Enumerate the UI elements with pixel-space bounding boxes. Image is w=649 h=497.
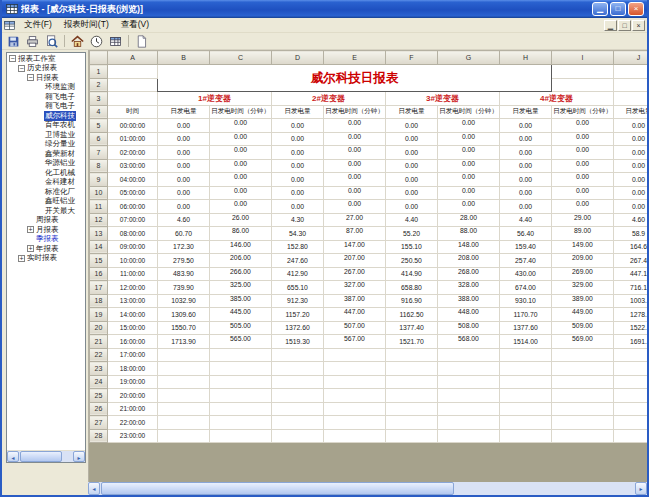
value-cell[interactable]	[386, 375, 438, 389]
time-cell[interactable]: 20:00:00	[108, 389, 158, 403]
value-cell[interactable]: 0.00	[614, 173, 648, 187]
value-cell[interactable]: 4.60	[614, 213, 648, 227]
value-cell[interactable]: 0.00	[386, 159, 438, 173]
value-cell[interactable]: 146.00	[210, 240, 272, 254]
value-cell[interactable]: 0.00	[324, 132, 386, 146]
time-cell[interactable]: 06:00:00	[108, 200, 158, 214]
field-header[interactable]: 日发电量	[386, 105, 438, 119]
value-cell[interactable]	[324, 416, 386, 430]
value-cell[interactable]	[272, 416, 324, 430]
value-cell[interactable]	[438, 362, 500, 376]
row-header[interactable]: 8	[90, 159, 108, 173]
row-header[interactable]: 16	[90, 267, 108, 281]
value-cell[interactable]: 0.00	[324, 119, 386, 133]
value-cell[interactable]: 4.40	[500, 213, 552, 227]
value-cell[interactable]: 0.00	[386, 173, 438, 187]
column-header[interactable]: A	[108, 51, 158, 65]
value-cell[interactable]	[324, 389, 386, 403]
value-cell[interactable]: 0.00	[438, 146, 500, 160]
value-cell[interactable]	[272, 402, 324, 416]
time-cell[interactable]: 14:00:00	[108, 308, 158, 322]
time-cell[interactable]: 18:00:00	[108, 362, 158, 376]
value-cell[interactable]: 267.00	[324, 267, 386, 281]
value-cell[interactable]: 445.00	[210, 308, 272, 322]
value-cell[interactable]: 0.00	[272, 173, 324, 187]
scroll-right-button[interactable]: ►	[635, 482, 647, 495]
value-cell[interactable]: 568.00	[438, 335, 500, 349]
time-cell[interactable]: 07:00:00	[108, 213, 158, 227]
child-close-button[interactable]: ×	[632, 20, 645, 31]
value-cell[interactable]	[272, 389, 324, 403]
cell[interactable]	[614, 78, 648, 92]
tree-item[interactable]: −日报表	[7, 73, 85, 83]
column-header[interactable]: H	[500, 51, 552, 65]
value-cell[interactable]: 1032.90	[158, 294, 210, 308]
row-header[interactable]: 25	[90, 389, 108, 403]
value-cell[interactable]: 55.20	[386, 227, 438, 241]
value-cell[interactable]	[272, 348, 324, 362]
row-header[interactable]: 18	[90, 294, 108, 308]
value-cell[interactable]: 483.90	[158, 267, 210, 281]
tree-item[interactable]: 翱飞电子	[7, 92, 85, 102]
value-cell[interactable]	[210, 429, 272, 443]
value-cell[interactable]: 0.00	[158, 186, 210, 200]
row-header[interactable]: 4	[90, 105, 108, 119]
value-cell[interactable]: 0.00	[500, 119, 552, 133]
cell[interactable]	[552, 65, 614, 79]
value-cell[interactable]: 0.00	[158, 159, 210, 173]
value-cell[interactable]	[386, 362, 438, 376]
value-cell[interactable]	[158, 348, 210, 362]
time-cell[interactable]: 12:00:00	[108, 281, 158, 295]
menu-report-time[interactable]: 报表时间(T)	[58, 18, 115, 32]
value-cell[interactable]: 207.00	[324, 254, 386, 268]
value-cell[interactable]: 206.00	[210, 254, 272, 268]
value-cell[interactable]	[552, 389, 614, 403]
value-cell[interactable]	[438, 389, 500, 403]
scroll-right-button[interactable]: ►	[73, 451, 85, 462]
value-cell[interactable]: 1519.30	[272, 335, 324, 349]
value-cell[interactable]	[552, 429, 614, 443]
value-cell[interactable]	[158, 429, 210, 443]
value-cell[interactable]: 0.00	[210, 186, 272, 200]
value-cell[interactable]: 0.00	[158, 200, 210, 214]
value-cell[interactable]: 447.1	[614, 267, 648, 281]
row-header[interactable]: 6	[90, 132, 108, 146]
field-header[interactable]: 日发电时间（分钟）	[438, 105, 500, 119]
tree-item[interactable]: 华源铝业	[7, 159, 85, 169]
row-header[interactable]: 20	[90, 321, 108, 335]
field-header[interactable]: 日发电量	[272, 105, 324, 119]
row-header[interactable]: 14	[90, 240, 108, 254]
row-header[interactable]: 28	[90, 429, 108, 443]
tree-item[interactable]: 化工机械	[7, 168, 85, 178]
value-cell[interactable]	[500, 402, 552, 416]
tree-item[interactable]: +实时报表	[7, 254, 85, 264]
value-cell[interactable]: 916.90	[386, 294, 438, 308]
value-cell[interactable]: 329.00	[552, 281, 614, 295]
collapse-icon[interactable]: −	[18, 65, 25, 72]
value-cell[interactable]: 26.00	[210, 213, 272, 227]
value-cell[interactable]: 0.00	[500, 132, 552, 146]
value-cell[interactable]: 89.00	[552, 227, 614, 241]
field-header[interactable]: 日发电时间（分钟）	[210, 105, 272, 119]
value-cell[interactable]: 0.00	[272, 119, 324, 133]
value-cell[interactable]: 0.00	[386, 146, 438, 160]
value-cell[interactable]: 505.00	[210, 321, 272, 335]
value-cell[interactable]	[438, 348, 500, 362]
row-header[interactable]: 13	[90, 227, 108, 241]
tree-item[interactable]: 季报表	[7, 235, 85, 245]
field-header[interactable]: 日发电量	[500, 105, 552, 119]
row-header[interactable]: 22	[90, 348, 108, 362]
value-cell[interactable]: 430.00	[500, 267, 552, 281]
value-cell[interactable]: 58.9	[614, 227, 648, 241]
inverter-group-header[interactable]: 3#逆变器	[386, 92, 500, 106]
value-cell[interactable]: 0.00	[386, 186, 438, 200]
value-cell[interactable]: 267.4	[614, 254, 648, 268]
value-cell[interactable]	[272, 375, 324, 389]
cell[interactable]	[108, 78, 158, 92]
value-cell[interactable]: 0.00	[552, 146, 614, 160]
time-cell[interactable]: 15:00:00	[108, 321, 158, 335]
column-header[interactable]: B	[158, 51, 210, 65]
column-header[interactable]: G	[438, 51, 500, 65]
row-header[interactable]: 15	[90, 254, 108, 268]
print-preview-button[interactable]	[43, 34, 60, 49]
